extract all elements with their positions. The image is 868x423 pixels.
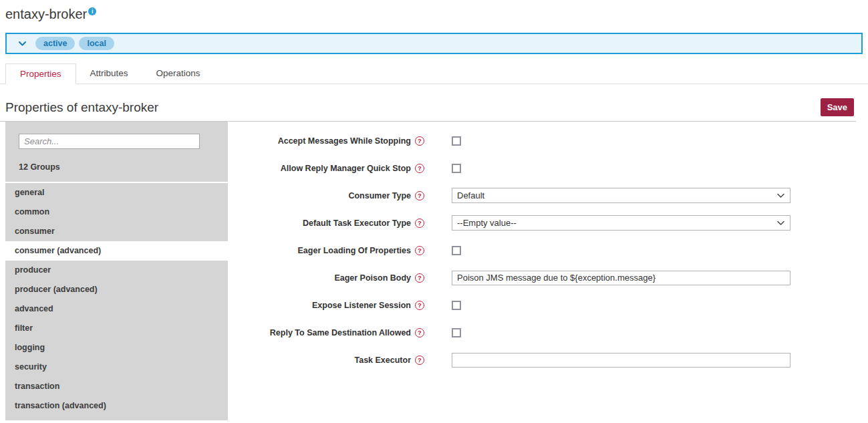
- form-row: Eager Poison Body?: [231, 264, 868, 291]
- field-checkbox[interactable]: [452, 246, 461, 255]
- properties-form: Accept Messages While Stopping?Allow Rep…: [228, 122, 868, 420]
- page-title: entaxy-brokeri: [5, 7, 868, 22]
- field-label: Eager Poison Body: [334, 273, 411, 283]
- field-label-cell: Consumer Type?: [231, 191, 424, 200]
- sidebar-item-general[interactable]: general: [5, 183, 228, 202]
- field-select[interactable]: Default: [452, 188, 790, 203]
- field-control-cell: [452, 164, 790, 173]
- info-icon[interactable]: i: [88, 7, 96, 15]
- field-control-cell: [452, 271, 790, 285]
- field-control-cell: [452, 328, 790, 337]
- field-control-cell: --Empty value--: [452, 215, 790, 231]
- tab-properties[interactable]: Properties: [5, 63, 76, 84]
- form-row: Consumer Type?Default: [231, 182, 868, 209]
- field-label-cell: Task Executor?: [231, 356, 424, 365]
- help-icon[interactable]: ?: [415, 219, 424, 228]
- tab-attributes[interactable]: Attributes: [76, 63, 142, 84]
- field-control-cell: [452, 301, 790, 310]
- field-label: Allow Reply Manager Quick Stop: [281, 164, 411, 173]
- status-badge-active: active: [35, 37, 75, 50]
- field-label-cell: Reply To Same Destination Allowed?: [231, 328, 424, 337]
- form-row: Task Executor?: [231, 346, 868, 374]
- group-list: generalcommonconsumerconsumer (advanced)…: [5, 183, 228, 416]
- help-icon[interactable]: ?: [415, 273, 424, 283]
- field-select[interactable]: --Empty value--: [452, 215, 790, 231]
- field-control-cell: [452, 353, 790, 368]
- field-label-cell: Accept Messages While Stopping?: [231, 136, 424, 146]
- form-row: Eager Loading Of Properties?: [231, 237, 868, 264]
- sidebar-item-logging[interactable]: logging: [5, 338, 228, 358]
- field-label-cell: Eager Loading Of Properties?: [231, 246, 424, 255]
- sidebar-item-filter[interactable]: filter: [5, 319, 228, 338]
- field-label: Reply To Same Destination Allowed: [270, 328, 411, 337]
- groups-sidebar: 12 Groups generalcommonconsumerconsumer …: [5, 122, 228, 420]
- sidebar-item-consumer[interactable]: consumer: [5, 222, 228, 241]
- form-row: Accept Messages While Stopping?: [231, 127, 868, 154]
- form-row: Reply To Same Destination Allowed?: [231, 319, 868, 346]
- help-icon[interactable]: ?: [415, 328, 424, 337]
- sidebar-header: 12 Groups: [5, 134, 228, 183]
- sidebar-item-producer[interactable]: producer: [5, 261, 228, 280]
- field-label: Task Executor: [354, 356, 411, 365]
- field-checkbox[interactable]: [452, 328, 461, 337]
- field-control-cell: Default: [452, 188, 790, 203]
- field-select-wrap: --Empty value--: [452, 215, 790, 231]
- field-input[interactable]: [452, 353, 790, 368]
- sidebar-item-advanced[interactable]: advanced: [5, 299, 228, 319]
- field-checkbox[interactable]: [452, 301, 461, 310]
- field-label-cell: Default Task Executor Type?: [231, 219, 424, 228]
- help-icon[interactable]: ?: [415, 301, 424, 310]
- field-label: Expose Listener Session: [312, 301, 411, 310]
- help-icon[interactable]: ?: [415, 246, 424, 255]
- save-button[interactable]: Save: [821, 98, 854, 116]
- status-badge-local: local: [79, 37, 114, 50]
- field-input[interactable]: [452, 271, 790, 285]
- sidebar-item-security[interactable]: security: [5, 358, 228, 377]
- sidebar-item-common[interactable]: common: [5, 202, 228, 222]
- field-label: Accept Messages While Stopping: [278, 136, 411, 146]
- help-icon[interactable]: ?: [415, 191, 424, 200]
- tab-operations[interactable]: Operations: [142, 63, 214, 84]
- help-icon[interactable]: ?: [415, 164, 424, 173]
- field-label: Default Task Executor Type: [303, 219, 411, 228]
- field-label: Consumer Type: [348, 191, 411, 200]
- search-input[interactable]: [19, 134, 200, 149]
- field-label-cell: Eager Poison Body?: [231, 273, 424, 283]
- field-label-cell: Allow Reply Manager Quick Stop?: [231, 164, 424, 173]
- sidebar-item-producer-advanced[interactable]: producer (advanced): [5, 280, 228, 299]
- section-header: Properties of entaxy-broker Save: [5, 98, 854, 116]
- field-label: Eager Loading Of Properties: [298, 246, 411, 255]
- sidebar-item-transaction-advanced[interactable]: transaction (advanced): [5, 396, 228, 416]
- form-row: Allow Reply Manager Quick Stop?: [231, 154, 868, 182]
- section-title: Properties of entaxy-broker: [5, 100, 158, 115]
- field-checkbox[interactable]: [452, 164, 461, 173]
- field-label-cell: Expose Listener Session?: [231, 301, 424, 310]
- form-row: Default Task Executor Type?--Empty value…: [231, 209, 868, 237]
- help-icon[interactable]: ?: [415, 136, 424, 146]
- help-icon[interactable]: ?: [415, 356, 424, 365]
- groups-count: 12 Groups: [19, 162, 228, 172]
- form-row: Expose Listener Session?: [231, 291, 868, 319]
- sidebar-item-transaction[interactable]: transaction: [5, 377, 228, 396]
- field-checkbox[interactable]: [452, 136, 461, 146]
- field-control-cell: [452, 136, 790, 146]
- content: 12 Groups generalcommonconsumerconsumer …: [0, 122, 868, 420]
- field-select-wrap: Default: [452, 188, 790, 203]
- field-control-cell: [452, 246, 790, 255]
- status-panel[interactable]: active local: [5, 33, 863, 54]
- tab-bar: Properties Attributes Operations: [0, 63, 868, 84]
- sidebar-item-consumer-advanced[interactable]: consumer (advanced): [5, 241, 228, 261]
- chevron-down-icon[interactable]: [19, 41, 26, 46]
